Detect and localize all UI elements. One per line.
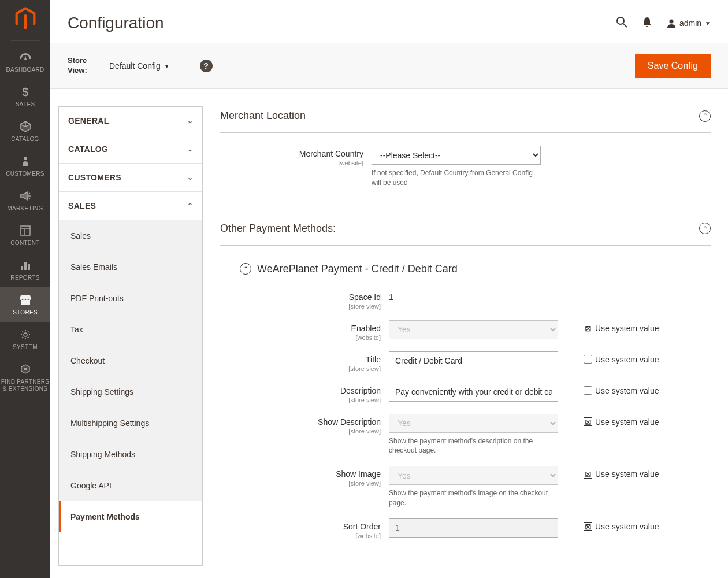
sidebar-label: CATALOG <box>11 136 39 143</box>
scope-text: [store view] <box>237 365 381 372</box>
search-icon[interactable] <box>616 16 627 30</box>
subtab-google-api[interactable]: Google API <box>59 470 202 501</box>
collapse-icon: ⌃ <box>699 223 711 234</box>
tab-label: CATALOG <box>68 144 108 154</box>
sidebar-label: CUSTOMERS <box>6 171 44 177</box>
sales-subtabs: Sales Sales Emails PDF Print-outs Tax Ch… <box>59 220 202 532</box>
label-text: Merchant Country <box>299 149 363 158</box>
sidebar-item-content[interactable]: CONTENT <box>0 218 50 253</box>
tab-label: GENERAL <box>68 116 109 125</box>
field-label: Title [store view] <box>237 351 381 372</box>
section-title: Other Payment Methods: <box>220 223 336 235</box>
sidebar-item-catalog[interactable]: CATALOG <box>0 114 50 149</box>
scope-text: [website] <box>220 160 363 166</box>
merchant-country-select[interactable]: --Please Select-- <box>372 146 541 165</box>
cube-icon <box>20 121 31 132</box>
payment-method-header[interactable]: ⌃ WeArePlanet Payment - Credit / Debit C… <box>220 258 711 289</box>
subtab-multishipping[interactable]: Multishipping Settings <box>59 407 202 439</box>
sidebar-item-dashboard[interactable]: DASHBOARD <box>0 45 50 79</box>
scope-text: [store view] <box>237 428 381 435</box>
sidebar-item-reports[interactable]: REPORTS <box>0 253 50 287</box>
sys-label: Use system value <box>595 355 659 364</box>
subtab-tax[interactable]: Tax <box>59 314 202 345</box>
store-view-select[interactable]: Default Config ▼ <box>109 61 170 71</box>
account-menu[interactable]: admin ▼ <box>667 18 711 28</box>
svg-rect-2 <box>21 226 30 235</box>
field-control: Yes Show the payment method's image on t… <box>389 466 558 508</box>
subtab-sales[interactable]: Sales <box>59 220 202 251</box>
sys-checkbox-enabled[interactable]: ⊠ Use system value <box>584 320 659 333</box>
collapse-icon: ⌃ <box>699 110 711 122</box>
show-image-select: Yes <box>389 466 558 485</box>
title-input[interactable] <box>389 351 558 370</box>
row-enabled: Enabled [website] Yes ⊠ Use system value <box>237 320 711 341</box>
field-hint: Show the payment method's image on the c… <box>389 488 558 508</box>
checkbox-checked-icon: ⊠ <box>584 324 592 332</box>
store-view-label: Store View: <box>68 56 96 76</box>
checkbox-checked-icon: ⊠ <box>584 522 592 531</box>
enabled-select: Yes <box>389 320 558 339</box>
tab-label: CUSTOMERS <box>68 173 121 182</box>
subtab-checkout[interactable]: Checkout <box>59 345 202 376</box>
merchant-location-header[interactable]: Merchant Location ⌃ <box>220 106 711 133</box>
scope-text: [website] <box>237 334 381 341</box>
checkbox[interactable] <box>584 355 592 364</box>
bell-icon[interactable] <box>642 17 652 29</box>
sidebar-label: SALES <box>16 101 35 108</box>
row-title: Title [store view] Use system value <box>237 351 711 372</box>
user-icon <box>667 18 676 28</box>
subtab-sales-emails[interactable]: Sales Emails <box>59 251 202 283</box>
sidebar-label: FIND PARTNERS & EXTENSIONS <box>1 379 50 392</box>
magento-logo[interactable] <box>15 7 36 32</box>
checkbox[interactable] <box>584 386 592 395</box>
tab-sales[interactable]: SALES ⌃ <box>59 192 202 220</box>
subtab-shipping-settings[interactable]: Shipping Settings <box>59 376 202 407</box>
sidebar-label: SYSTEM <box>13 344 38 351</box>
sidebar-item-stores[interactable]: STORES <box>0 287 50 322</box>
subtab-shipping-methods[interactable]: Shipping Methods <box>59 439 202 470</box>
sys-checkbox-show-description[interactable]: ⊠ Use system value <box>584 414 659 427</box>
help-icon[interactable]: ? <box>200 60 213 72</box>
row-merchant-country: Merchant Country [website] --Please Sele… <box>220 146 711 188</box>
config-panel: Merchant Location ⌃ Merchant Country [we… <box>220 106 711 566</box>
svg-point-10 <box>24 368 27 370</box>
config-body: GENERAL ⌄ CATALOG ⌄ CUSTOMERS ⌄ SALES ⌃ … <box>50 89 728 566</box>
description-input[interactable] <box>389 383 558 402</box>
field-label: Merchant Country [website] <box>220 146 363 166</box>
bar-chart-icon <box>20 260 31 271</box>
tab-general[interactable]: GENERAL ⌄ <box>59 107 202 135</box>
subtab-payment-methods[interactable]: Payment Methods <box>59 501 202 532</box>
payment-method-title: WeArePlanet Payment - Credit / Debit Car… <box>257 263 458 275</box>
sys-checkbox-show-image[interactable]: ⊠ Use system value <box>584 466 659 479</box>
sidebar-item-sales[interactable]: $ SALES <box>0 79 50 114</box>
sidebar-item-system[interactable]: SYSTEM <box>0 322 50 357</box>
tab-label: SALES <box>68 201 96 210</box>
sys-checkbox-title[interactable]: Use system value <box>584 351 659 364</box>
sidebar-divider <box>11 40 40 41</box>
sys-checkbox-sort-order[interactable]: ⊠ Use system value <box>584 518 659 531</box>
subtab-pdf[interactable]: PDF Print-outs <box>59 283 202 314</box>
label-text: Show Image <box>336 469 381 479</box>
other-payments-header[interactable]: Other Payment Methods: ⌃ <box>220 214 711 246</box>
collapse-icon: ⌃ <box>240 263 251 275</box>
sidebar-label: MARKETING <box>7 205 43 212</box>
row-sort-order: Sort Order [website] ⊠ Use system value <box>237 518 711 539</box>
sys-label: Use system value <box>595 324 659 333</box>
field-label: Show Description [store view] <box>237 414 381 435</box>
sort-order-input <box>389 518 558 538</box>
field-label: Space Id [store view] <box>237 289 381 310</box>
sys-checkbox-description[interactable]: Use system value <box>584 383 659 395</box>
sidebar-item-partners[interactable]: FIND PARTNERS & EXTENSIONS <box>0 357 50 398</box>
sidebar-item-marketing[interactable]: MARKETING <box>0 183 50 218</box>
checkbox-checked-icon: ⊠ <box>584 470 592 479</box>
label-text: Space Id <box>349 292 381 302</box>
field-control <box>389 351 558 370</box>
scope-text: [store view] <box>237 303 381 310</box>
save-config-button[interactable]: Save Config <box>635 54 711 78</box>
svg-point-11 <box>617 17 624 24</box>
tab-catalog[interactable]: CATALOG ⌄ <box>59 135 202 164</box>
sidebar-item-customers[interactable]: CUSTOMERS <box>0 149 50 183</box>
svg-rect-7 <box>28 264 30 270</box>
chevron-down-icon: ▼ <box>705 20 711 27</box>
tab-customers[interactable]: CUSTOMERS ⌄ <box>59 164 202 192</box>
